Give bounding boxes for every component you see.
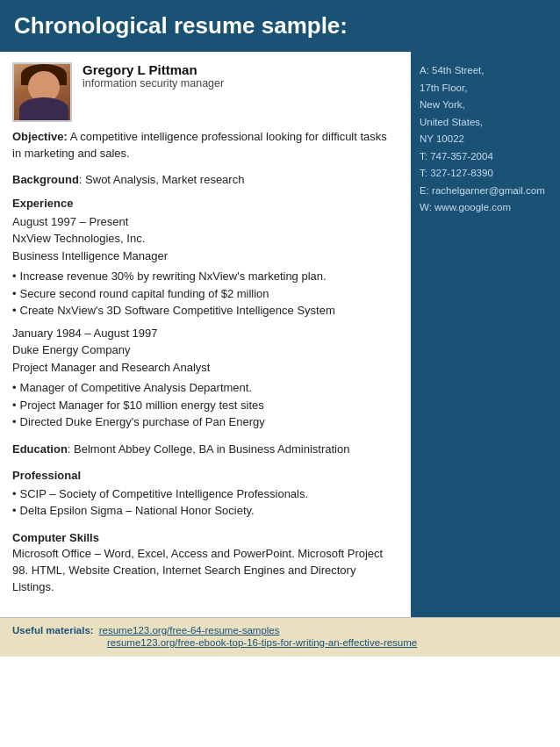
job-1: August 1997 – Present NxView Technologie… <box>12 213 398 265</box>
person-name: Gregory L Pittman <box>83 62 224 77</box>
education-text: Education: Belmont Abbey College, BA in … <box>12 442 398 458</box>
address-line5: NY 10022 <box>420 131 551 148</box>
phone1-value: 747-357-2004 <box>430 151 493 162</box>
background-section: Background: Swot Analysis, Market resear… <box>12 173 398 186</box>
main-wrapper: Gregory L Pittman information security m… <box>0 52 560 617</box>
job-2: January 1984 – August 1997 Duke Energy C… <box>12 325 398 377</box>
bullet-dot: • <box>12 268 17 285</box>
job-2-dates: January 1984 – August 1997 <box>12 325 398 342</box>
bullet-dot: • <box>12 413 17 431</box>
job-1-bullets: • Increase revenue 30% by rewriting NxVi… <box>12 268 398 320</box>
bullet-item: • Project Manager for $10 million energy… <box>12 397 398 414</box>
education-label: Education <box>12 442 68 456</box>
address-line1: A: 54th Street, <box>420 62 551 80</box>
professional-bullet-1: SCIP – Society of Competitive Intelligen… <box>20 485 309 503</box>
bullet-dot: • <box>12 485 17 503</box>
email: E: rachelgarner@gmail.com <box>420 183 551 200</box>
footer-link-2[interactable]: resume123.org/free-ebook-top-16-tips-for… <box>107 637 417 648</box>
computer-skills-section: Computer Skills Microsoft Office – Word,… <box>12 530 398 596</box>
bullet-dot: • <box>12 502 17 520</box>
useful-materials-label: Useful materials: <box>12 625 94 636</box>
experience-label: Experience <box>12 197 398 210</box>
footer-line-1: Useful materials: resume123.org/free-64-… <box>12 625 548 636</box>
footer-link-1[interactable]: resume123.org/free-64-resume-samples <box>99 625 280 636</box>
email-value: rachelgarner@gmail.com <box>432 185 545 196</box>
objective-text: Objective: A competitive intelligence pr… <box>12 129 398 162</box>
computer-skills-text: Computer Skills Microsoft Office – Word,… <box>12 530 398 596</box>
job-2-bullet-1: Manager of Competitive Analysis Departme… <box>20 379 252 397</box>
phone1-label: T: <box>420 151 427 162</box>
professional-section: Professional • SCIP – Society of Competi… <box>12 469 398 520</box>
resume-content: Gregory L Pittman information security m… <box>0 52 411 617</box>
job-1-bullet-1: Increase revenue 30% by rewriting NxView… <box>20 268 327 285</box>
website-label: W: <box>420 202 432 212</box>
avatar-body <box>19 97 68 120</box>
address-line4: United States, <box>420 114 551 132</box>
objective-body: A competitive intelligence professional … <box>12 130 387 160</box>
background-label: Background <box>12 173 79 186</box>
computer-skills-body: Microsoft Office – Word, Excel, Access a… <box>12 547 383 593</box>
job-1-company: NxView Technologies, Inc. <box>12 230 398 248</box>
job-1-dates: August 1997 – Present <box>12 213 398 231</box>
job-1-bullet-2: Secure second round capital funding of $… <box>20 285 269 303</box>
contact-sidebar: A: 54th Street, 17th Floor, New York, Un… <box>411 52 560 617</box>
experience-section: Experience August 1997 – Present NxView … <box>12 197 398 431</box>
bullet-dot: • <box>12 379 17 397</box>
website: W: www.google.com <box>420 199 551 217</box>
job-2-company: Duke Energy Company <box>12 341 398 359</box>
bullet-dot: • <box>12 302 17 320</box>
name-block: Gregory L Pittman information security m… <box>12 62 398 122</box>
header-title: Chronological resume sample: <box>14 12 348 39</box>
bullet-item: • Create NxView's 3D Software Competitiv… <box>12 302 398 320</box>
job-1-bullet-3: Create NxView's 3D Software Competitive … <box>20 302 335 320</box>
professional-bullets: • SCIP – Society of Competitive Intellig… <box>12 485 398 520</box>
name-title-block: Gregory L Pittman information security m… <box>83 62 224 90</box>
avatar <box>12 62 72 122</box>
computer-skills-label: Computer Skills <box>12 531 99 544</box>
job-2-bullet-3: Directed Duke Energy's purchase of Pan E… <box>20 413 265 431</box>
website-value: www.google.com <box>434 202 511 212</box>
bullet-item: • Directed Duke Energy's purchase of Pan… <box>12 413 398 431</box>
professional-label: Professional <box>12 469 398 482</box>
page-footer: Useful materials: resume123.org/free-64-… <box>0 617 560 657</box>
job-2-role: Project Manager and Research Analyst <box>12 359 398 377</box>
phone2-value: 327-127-8390 <box>430 168 493 178</box>
footer-line-2: resume123.org/free-ebook-top-16-tips-for… <box>107 637 548 648</box>
bullet-item: • Secure second round capital funding of… <box>12 285 398 303</box>
job-1-role: Business Intelligence Manager <box>12 248 398 265</box>
phone2-label: T: <box>420 168 427 178</box>
bullet-item: • SCIP – Society of Competitive Intellig… <box>12 485 398 503</box>
bullet-item: • Manager of Competitive Analysis Depart… <box>12 379 398 397</box>
professional-bullet-2: Delta Epsilon Sigma – National Honor Soc… <box>20 502 255 520</box>
phone1: T: 747-357-2004 <box>420 148 551 166</box>
phone2: T: 327-127-8390 <box>420 165 551 183</box>
objective-section: Objective: A competitive intelligence pr… <box>12 129 398 162</box>
job-2-bullet-2: Project Manager for $10 million energy t… <box>20 397 264 414</box>
page-header: Chronological resume sample: <box>0 0 560 52</box>
background-text: Background: Swot Analysis, Market resear… <box>12 173 398 186</box>
background-body: : Swot Analysis, Market research <box>79 173 245 186</box>
education-body: : Belmont Abbey College, BA in Business … <box>68 442 350 456</box>
avatar-image <box>14 64 70 120</box>
person-job-title: information security manager <box>83 77 224 90</box>
email-label: E: <box>420 185 429 196</box>
bullet-item: • Delta Epsilon Sigma – National Honor S… <box>12 502 398 520</box>
education-section: Education: Belmont Abbey College, BA in … <box>12 442 398 458</box>
bullet-dot: • <box>12 397 17 414</box>
objective-label: Objective: <box>12 130 68 143</box>
bullet-dot: • <box>12 285 17 303</box>
address-line2: 17th Floor, <box>420 80 551 97</box>
job-2-bullets: • Manager of Competitive Analysis Depart… <box>12 379 398 431</box>
address-line3: New York, <box>420 97 551 114</box>
bullet-item: • Increase revenue 30% by rewriting NxVi… <box>12 268 398 285</box>
